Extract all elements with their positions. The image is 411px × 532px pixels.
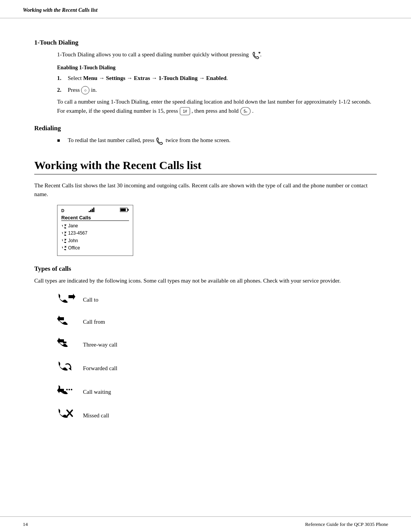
page-number: 14 (23, 521, 28, 527)
touch-dialing-section: 1-Touch Dialing 1-Touch Dialing allows y… (34, 39, 377, 115)
call-to-icon (57, 292, 75, 307)
battery-svg-icon (120, 208, 129, 212)
svg-rect-10 (127, 209, 129, 211)
missed-call-icon (57, 407, 75, 424)
phone-item-jane: Jane (61, 222, 129, 230)
phone-item-123: 123-4567 (61, 230, 129, 237)
phone-d-indicator: D (61, 208, 64, 213)
call-from-row: Call from (57, 314, 377, 329)
num1-key-icon: 1# (180, 107, 190, 115)
battery-icon (120, 208, 129, 213)
phone-status-bar: D (61, 208, 129, 213)
svg-rect-9 (120, 209, 126, 211)
call-waiting-label: Call waiting (83, 389, 111, 395)
step-1-text: Select Menu → Settings → Extras → 1-Touc… (68, 74, 228, 83)
bullet-icon: ■ (57, 136, 68, 144)
call-waiting-icon (57, 383, 75, 400)
svg-marker-18 (57, 338, 64, 344)
forwarded-icon (57, 360, 75, 377)
signal-bars-icon (89, 208, 96, 212)
svg-rect-7 (93, 208, 94, 212)
main-content: 1-Touch Dialing 1-Touch Dialing allows y… (0, 18, 411, 454)
phone-item-john: John (61, 237, 129, 244)
ok-key-icon: ○ (81, 86, 89, 94)
types-of-calls-heading: Types of calls (34, 265, 377, 273)
forwarded-label: Forwarded call (83, 365, 117, 372)
svg-point-22 (66, 389, 68, 390)
step-1-number: 1. (57, 74, 68, 83)
touch-dialing-heading: 1-Touch Dialing (34, 39, 377, 46)
step-1: 1. Select Menu → Settings → Extras → 1-T… (57, 74, 377, 83)
types-of-calls-section: Types of calls Call types are indicated … (34, 265, 377, 424)
svg-marker-17 (57, 316, 64, 322)
svg-rect-5 (90, 210, 91, 212)
svg-marker-16 (68, 294, 75, 300)
svg-point-23 (68, 389, 70, 390)
call-waiting-row: Call waiting (57, 383, 377, 400)
call-to-row: Call to (57, 292, 377, 307)
svg-rect-6 (92, 209, 93, 212)
missed-call-row: Missed call (57, 407, 377, 424)
send-key-small-icon (156, 137, 164, 145)
footer-right-text: Reference Guide for the QCP 3035 Phone (305, 521, 388, 527)
step-2-text: Press ○ in. (68, 86, 97, 95)
step-2: 2. Press ○ in. (57, 86, 377, 95)
three-way-row: Three-way call (57, 336, 377, 353)
missed-icon-office (61, 246, 67, 250)
send-key-icon (252, 51, 260, 59)
header-title: Working with the Recent Calls list (23, 7, 97, 13)
touch-dialing-paragraph: To call a number using 1-Touch Dialing, … (57, 97, 377, 115)
redialing-section: Redialing ■ To redial the last number ca… (34, 125, 377, 145)
redialing-text: To redial the last number called, press … (68, 136, 230, 145)
call-from-icon-123 (61, 231, 67, 236)
call-to-label: Call to (83, 297, 98, 303)
page: Working with the Recent Calls list 1-Tou… (0, 0, 411, 532)
svg-rect-4 (89, 211, 90, 212)
call-from-icon-john (61, 238, 67, 243)
call-from-icon (57, 314, 75, 329)
touch-dialing-intro: 1-Touch Dialing allows you to call a spe… (57, 50, 377, 59)
missed-call-label: Missed call (83, 412, 109, 419)
working-intro-text: The Recent Calls list shows the last 30 … (34, 181, 377, 199)
num5-key-icon: 5ₗₗ (240, 107, 251, 115)
three-way-icon (57, 336, 75, 353)
phone-item-office: Office (61, 244, 129, 252)
enabling-subheading: Enabling 1-Touch Dialing (57, 65, 377, 71)
svg-point-24 (71, 389, 72, 390)
svg-text:1#: 1# (183, 109, 187, 113)
phone-screen-mockup: D Recent Calls (57, 205, 133, 256)
page-header: Working with the Recent Calls list (0, 0, 411, 18)
call-from-label: Call from (83, 319, 105, 325)
step-2-number: 2. (57, 86, 68, 94)
signal-icon (89, 208, 96, 213)
types-of-calls-intro: Call types are indicated by the followin… (34, 276, 377, 285)
three-way-label: Three-way call (83, 342, 117, 348)
phone-screen-title: Recent Calls (61, 215, 129, 221)
forwarded-row: Forwarded call (57, 360, 377, 377)
call-from-icon-jane (61, 224, 67, 228)
major-section-title: Working with the Recent Calls list (34, 159, 377, 174)
page-footer: 14 Reference Guide for the QCP 3035 Phon… (0, 516, 411, 532)
redialing-bullet: ■ To redial the last number called, pres… (57, 136, 377, 145)
redialing-heading: Redialing (34, 125, 377, 132)
svg-text:5ₗₗ: 5ₗₗ (244, 109, 247, 113)
